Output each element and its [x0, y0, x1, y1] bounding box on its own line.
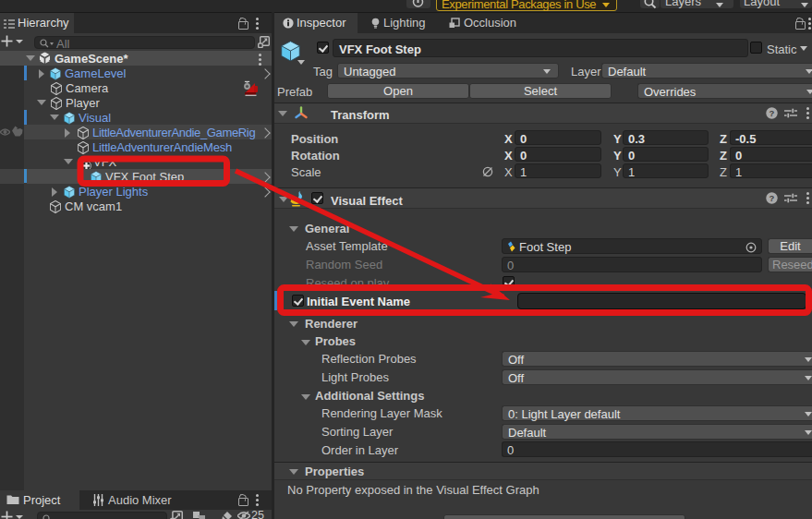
svg-text:?: ?	[770, 193, 775, 203]
svg-text:?: ?	[770, 108, 775, 118]
